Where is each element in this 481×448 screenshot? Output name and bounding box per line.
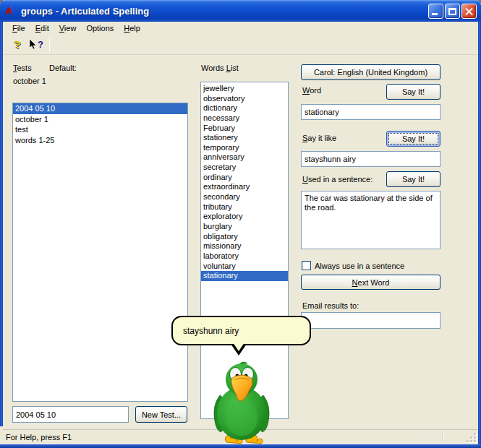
cursor-arrow-icon <box>29 39 37 50</box>
word-label: Word <box>302 86 321 95</box>
menu-help[interactable]: Help <box>119 22 145 34</box>
word-list-item[interactable]: February <box>201 124 288 134</box>
minimize-button[interactable] <box>428 4 443 19</box>
word-list-item[interactable]: burglary <box>201 222 288 232</box>
window-border-bottom <box>0 444 481 448</box>
default-label: Default: <box>49 64 77 72</box>
word-list-item[interactable]: voluntary <box>201 262 288 272</box>
word-list-item[interactable]: secondary <box>201 192 288 202</box>
next-word-button[interactable]: Next Word <box>301 275 440 290</box>
voice-button[interactable]: Carol: English (United Kingdom) <box>301 64 440 80</box>
new-test-button[interactable]: New Test... <box>135 406 187 423</box>
word-input[interactable] <box>301 104 440 120</box>
test-list-item[interactable]: october 1 <box>13 114 187 125</box>
minimize-icon <box>432 13 438 15</box>
word-list-item[interactable]: obligatory <box>201 232 288 242</box>
sentence-textarea[interactable]: The car was stationary at the side of th… <box>301 191 440 249</box>
say-it-like-button[interactable]: Say It! <box>386 131 440 147</box>
app-icon: A <box>5 5 18 17</box>
menu-edit[interactable]: Edit <box>30 22 54 34</box>
used-in-sentence-label: Used in a sentence: <box>302 175 373 184</box>
maximize-button[interactable] <box>445 4 460 19</box>
word-list-item[interactable]: missionary <box>201 241 288 251</box>
toolbar-separator <box>49 38 50 52</box>
word-list-item[interactable]: observatory <box>201 94 288 104</box>
test-list-item[interactable]: test <box>13 124 187 135</box>
test-list-item[interactable]: words 1-25 <box>13 135 187 146</box>
word-list-item[interactable]: laboratory <box>201 251 288 262</box>
email-results-label: Email results to: <box>302 301 359 310</box>
help-button[interactable]: ? <box>9 37 26 53</box>
say-it-sentence-button[interactable]: Say It! <box>386 171 440 187</box>
window-title: groups - Articulated Spelling <box>21 6 149 17</box>
tool-bar: ? ? <box>3 35 478 55</box>
word-list-item[interactable]: temporary <box>201 143 288 153</box>
menu-view[interactable]: View <box>54 22 82 34</box>
word-list-item[interactable]: tributary <box>201 202 288 212</box>
word-list-item[interactable]: exploratory <box>201 212 288 222</box>
speech-bubble-text: stayshunn airy <box>183 326 239 336</box>
word-list-item[interactable]: secretary <box>201 163 288 173</box>
word-list-item[interactable]: ordinary <box>201 173 288 183</box>
window-border-left <box>0 0 3 426</box>
word-list-item[interactable]: jewellery <box>201 84 288 94</box>
context-help-button[interactable]: ? <box>27 37 45 53</box>
context-help-icon: ? <box>38 39 43 50</box>
maximize-icon <box>448 8 456 15</box>
menu-options[interactable]: Options <box>81 22 119 34</box>
resize-grip[interactable] <box>467 433 477 443</box>
word-list-item[interactable]: necessary <box>201 113 288 124</box>
help-icon: ? <box>14 38 20 51</box>
say-it-like-input[interactable] <box>301 151 440 167</box>
say-it-word-button[interactable]: Say It! <box>386 84 440 100</box>
speech-bubble: stayshunn airy <box>171 316 311 345</box>
window-border-right <box>478 22 481 448</box>
new-test-input[interactable] <box>12 406 129 423</box>
menu-bar: File Edit View Options Help <box>3 22 478 35</box>
status-message: For Help, press F1 <box>6 433 72 441</box>
always-sentence-label: Always use in a sentence <box>315 262 404 270</box>
close-button[interactable] <box>461 4 477 19</box>
always-sentence-checkbox[interactable] <box>302 261 311 270</box>
word-list-item[interactable]: anniversary <box>201 152 288 163</box>
word-list-item[interactable]: stationery <box>201 133 288 143</box>
menu-file[interactable]: File <box>7 22 30 34</box>
tests-listbox[interactable]: 2004 05 10 october 1 test words 1-25 <box>12 103 188 402</box>
app-window: A groups - Articulated Spelling File Edi… <box>0 0 481 448</box>
word-list-item[interactable]: extraordinary <box>201 182 288 192</box>
email-input[interactable] <box>301 312 440 329</box>
title-bar: A groups - Articulated Spelling <box>0 0 481 22</box>
words-list-label: Words List <box>201 64 239 72</box>
word-list-item-selected[interactable]: stationary <box>201 271 288 281</box>
test-list-item[interactable]: 2004 05 10 <box>13 103 187 114</box>
say-it-like-label: Say it like <box>302 134 336 142</box>
word-list-item[interactable]: dictionary <box>201 103 288 113</box>
default-test-value: october 1 <box>13 77 46 85</box>
parrot-assistant[interactable] <box>210 361 273 444</box>
tests-label: Tests <box>13 64 32 72</box>
